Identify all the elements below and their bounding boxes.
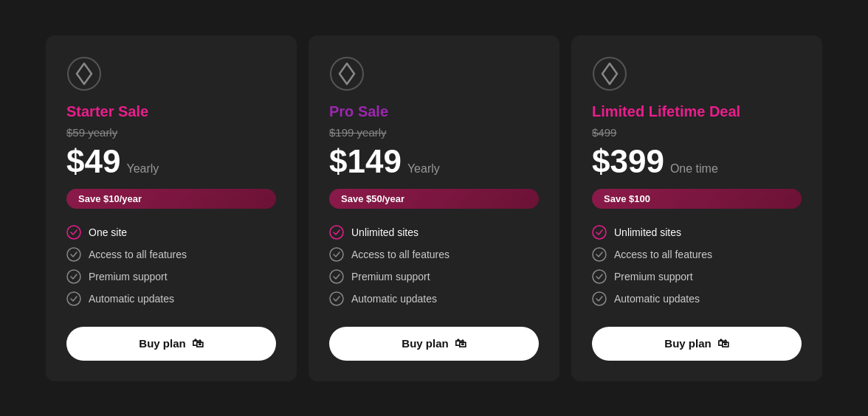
svg-point-6 bbox=[331, 58, 363, 90]
check-icon bbox=[592, 247, 607, 262]
svg-point-2 bbox=[67, 226, 80, 239]
svg-point-12 bbox=[593, 58, 626, 90]
cart-icon: 🛍 bbox=[717, 337, 729, 350]
check-icon bbox=[329, 247, 344, 262]
price-period: One time bbox=[670, 162, 718, 176]
feature-text: Access to all features bbox=[614, 249, 712, 260]
svg-marker-13 bbox=[602, 63, 617, 84]
feature-text: Premium support bbox=[614, 271, 693, 282]
feature-text: Unlimited sites bbox=[614, 226, 681, 238]
check-icon bbox=[66, 291, 81, 306]
savings-badge: Save $100 bbox=[592, 189, 802, 209]
feature-item: Access to all features bbox=[329, 247, 539, 262]
check-icon bbox=[592, 225, 607, 240]
svg-point-9 bbox=[330, 248, 343, 261]
svg-marker-7 bbox=[340, 63, 354, 84]
plan-title: Limited Lifetime Deal bbox=[592, 103, 802, 120]
check-icon bbox=[329, 225, 344, 240]
feature-item: Automatic updates bbox=[592, 291, 802, 306]
savings-badge: Save $10/year bbox=[66, 189, 276, 209]
price-row: $149Yearly bbox=[329, 143, 539, 180]
original-price: $59 yearly bbox=[66, 126, 276, 139]
buy-plan-button[interactable]: Buy plan🛍 bbox=[592, 327, 802, 361]
svg-point-15 bbox=[593, 248, 606, 261]
feature-text: Automatic updates bbox=[614, 293, 700, 305]
features-list: One site Access to all features Premium … bbox=[66, 225, 276, 306]
feature-text: One site bbox=[89, 226, 127, 238]
check-icon bbox=[66, 225, 81, 240]
check-icon bbox=[66, 247, 81, 262]
pricing-card-pro: Pro Sale$199 yearly$149YearlySave $50/ye… bbox=[309, 35, 559, 381]
svg-point-4 bbox=[67, 270, 80, 283]
original-price: $199 yearly bbox=[329, 126, 539, 139]
cart-icon: 🛍 bbox=[192, 337, 204, 350]
check-icon bbox=[592, 269, 607, 284]
feature-item: Unlimited sites bbox=[329, 225, 539, 240]
feature-item: Premium support bbox=[592, 269, 802, 284]
feature-item: Premium support bbox=[329, 269, 539, 284]
feature-item: Premium support bbox=[66, 269, 276, 284]
plan-icon bbox=[592, 56, 627, 91]
svg-point-10 bbox=[330, 270, 343, 283]
price-amount: $399 bbox=[592, 143, 664, 180]
svg-point-8 bbox=[330, 226, 343, 239]
plan-icon bbox=[329, 56, 365, 91]
price-amount: $149 bbox=[329, 143, 402, 180]
price-amount: $49 bbox=[66, 143, 120, 180]
check-icon bbox=[66, 269, 81, 284]
feature-item: Automatic updates bbox=[329, 291, 539, 306]
cart-icon: 🛍 bbox=[455, 337, 466, 350]
plan-title: Starter Sale bbox=[66, 103, 276, 120]
svg-point-17 bbox=[593, 292, 606, 305]
svg-marker-1 bbox=[77, 63, 92, 84]
price-period: Yearly bbox=[126, 162, 159, 176]
feature-item: Automatic updates bbox=[66, 291, 276, 306]
feature-text: Premium support bbox=[89, 271, 168, 282]
plan-icon bbox=[66, 56, 102, 91]
feature-item: Access to all features bbox=[66, 247, 276, 262]
original-price: $499 bbox=[592, 126, 802, 139]
feature-text: Premium support bbox=[351, 271, 430, 282]
feature-item: Access to all features bbox=[592, 247, 802, 262]
svg-point-3 bbox=[67, 248, 80, 261]
feature-text: Automatic updates bbox=[89, 293, 174, 305]
buy-button-label: Buy plan bbox=[664, 337, 711, 350]
features-list: Unlimited sites Access to all features P… bbox=[329, 225, 539, 306]
price-row: $49Yearly bbox=[66, 143, 276, 180]
svg-point-11 bbox=[330, 292, 343, 305]
buy-button-label: Buy plan bbox=[402, 337, 448, 350]
feature-text: Unlimited sites bbox=[351, 226, 418, 238]
pricing-container: Starter Sale$59 yearly$49YearlySave $10/… bbox=[0, 18, 868, 399]
pricing-card-lifetime: Limited Lifetime Deal$499$399One timeSav… bbox=[571, 35, 822, 381]
feature-text: Automatic updates bbox=[351, 293, 437, 305]
buy-button-label: Buy plan bbox=[139, 337, 185, 350]
feature-text: Access to all features bbox=[351, 249, 450, 260]
svg-point-5 bbox=[67, 292, 80, 305]
plan-title: Pro Sale bbox=[329, 103, 539, 120]
svg-point-14 bbox=[593, 226, 606, 239]
price-row: $399One time bbox=[592, 143, 802, 180]
feature-item: One site bbox=[66, 225, 276, 240]
features-list: Unlimited sites Access to all features P… bbox=[592, 225, 802, 306]
feature-item: Unlimited sites bbox=[592, 225, 802, 240]
savings-badge: Save $50/year bbox=[329, 189, 539, 209]
svg-point-16 bbox=[593, 270, 606, 283]
feature-text: Access to all features bbox=[89, 249, 187, 260]
price-period: Yearly bbox=[407, 162, 440, 176]
check-icon bbox=[592, 291, 607, 306]
check-icon bbox=[329, 291, 344, 306]
buy-plan-button[interactable]: Buy plan🛍 bbox=[66, 327, 276, 361]
svg-point-0 bbox=[68, 58, 100, 90]
check-icon bbox=[329, 269, 344, 284]
pricing-card-starter: Starter Sale$59 yearly$49YearlySave $10/… bbox=[46, 35, 297, 381]
buy-plan-button[interactable]: Buy plan🛍 bbox=[329, 327, 539, 361]
